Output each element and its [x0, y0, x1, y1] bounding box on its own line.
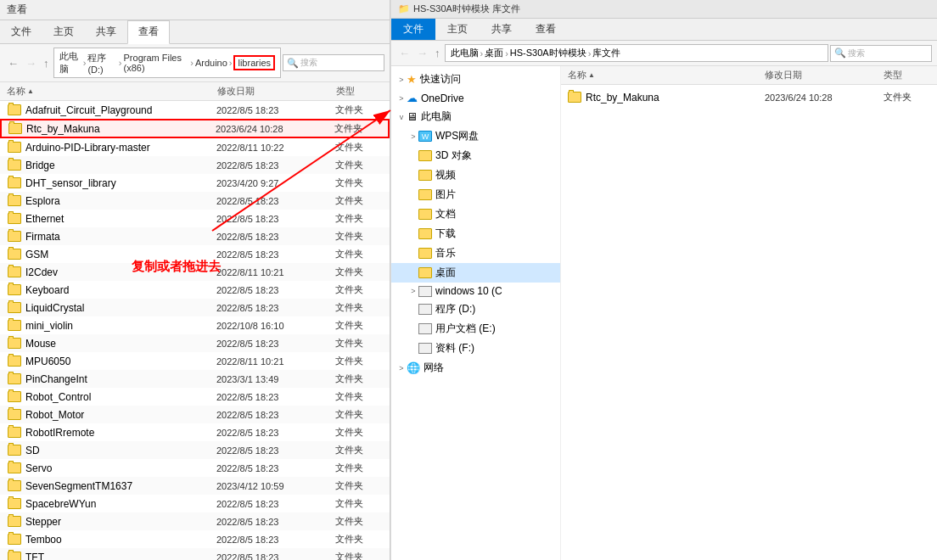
left-file-row[interactable]: LiquidCrystal 2022/8/5 18:23 文件夹	[0, 299, 390, 316]
nav-back-btn[interactable]: ←	[5, 56, 21, 70]
file-date: 2022/8/11 10:21	[216, 267, 335, 277]
breadcrumb-programfiles[interactable]: Program Files (x86)	[124, 53, 189, 73]
folder-icon	[8, 462, 21, 473]
left-file-row[interactable]: Esplora 2022/8/5 18:23 文件夹	[0, 192, 390, 210]
right-nav-back[interactable]: ←	[396, 46, 412, 60]
tree-item[interactable]: 图片	[391, 185, 560, 204]
tree-item-label: OneDrive	[421, 92, 464, 104]
file-name: I2Cdev	[25, 266, 216, 278]
left-file-row[interactable]: Temboo 2022/8/5 18:23 文件夹	[0, 530, 390, 548]
file-date: 2022/8/5 18:23	[216, 160, 335, 171]
file-date: 2022/8/5 18:23	[216, 552, 335, 561]
tree-item-label: 下载	[435, 227, 456, 241]
left-file-row[interactable]: Robot_Motor 2022/8/5 18:23 文件夹	[0, 406, 390, 423]
right-nav-forward[interactable]: →	[414, 46, 430, 60]
left-file-list: Adafruit_Circuit_Playground 2022/8/5 18:…	[0, 101, 390, 560]
tree-item[interactable]: 视频	[391, 165, 560, 185]
right-col-date: 修改日期	[765, 69, 884, 81]
right-col-type: 类型	[884, 69, 930, 81]
file-date: 2022/8/5 18:23	[216, 232, 335, 242]
left-file-row[interactable]: Stepper 2022/8/5 18:23 文件夹	[0, 512, 390, 530]
folder-icon	[8, 284, 21, 295]
file-date: 2022/8/5 18:23	[216, 303, 335, 313]
right-tab-share[interactable]: 共享	[480, 19, 524, 40]
tree-expand-icon[interactable]: >	[408, 132, 418, 141]
tree-expand-icon[interactable]: >	[408, 287, 418, 295]
right-tab-home[interactable]: 主页	[435, 19, 480, 40]
left-file-row[interactable]: Keyboard 2022/8/5 18:23 文件夹	[0, 281, 390, 299]
tree-item[interactable]: 下载	[391, 224, 560, 244]
left-tab-home[interactable]: 主页	[42, 20, 85, 43]
breadcrumb-libraries[interactable]: libraries	[233, 55, 275, 70]
tree-item[interactable]: 资料 (F:)	[391, 339, 560, 358]
breadcrumb-arduino[interactable]: Arduino	[195, 58, 227, 68]
right-breadcrumb-desktop[interactable]: 桌面	[485, 47, 503, 59]
left-file-row[interactable]: SD 2022/8/5 18:23 文件夹	[0, 441, 390, 459]
left-file-row[interactable]: SevenSegmentTM1637 2023/4/12 10:59 文件夹	[0, 477, 390, 495]
left-file-row[interactable]: PinChangeInt 2023/3/1 13:49 文件夹	[0, 370, 390, 388]
left-file-row[interactable]: GSM 2022/8/5 18:23 文件夹	[0, 245, 390, 263]
right-file-name: Rtc_by_Makuna	[586, 92, 765, 104]
tree-item[interactable]: > windows 10 (C	[391, 283, 560, 300]
breadcrumb-pc[interactable]: 此电脑	[59, 50, 81, 76]
tree-item[interactable]: 用户文档 (E:)	[391, 319, 560, 339]
left-file-row[interactable]: mini_violin 2022/10/8 16:10 文件夹	[0, 316, 390, 334]
tree-item[interactable]: > 🌐 网络	[391, 358, 560, 378]
right-breadcrumb-pc[interactable]: 此电脑	[451, 47, 479, 59]
tree-item-label: WPS网盘	[435, 129, 479, 143]
left-file-row[interactable]: Mouse 2022/8/5 18:23 文件夹	[0, 334, 390, 352]
tree-item[interactable]: 文档	[391, 204, 560, 224]
tree-item[interactable]: > W WPS网盘	[391, 126, 560, 146]
left-file-row[interactable]: Adafruit_Circuit_Playground 2022/8/5 18:…	[0, 101, 390, 119]
tree-expand-icon[interactable]: v	[396, 113, 407, 121]
tree-expand-icon[interactable]: >	[396, 94, 407, 103]
right-file-row[interactable]: Rtc_by_Makuna 2023/6/24 10:28 文件夹	[561, 88, 937, 106]
left-file-row[interactable]: TFT 2022/8/5 18:23 文件夹	[0, 548, 390, 560]
right-col-name: 名称 ▲	[568, 69, 765, 81]
left-file-row[interactable]: Arduino-PID-Library-master 2022/8/11 10:…	[0, 138, 390, 156]
file-type: 文件夹	[335, 515, 382, 528]
file-type: 文件夹	[335, 444, 382, 456]
left-file-row[interactable]: DHT_sensor_library 2023/4/20 9:27 文件夹	[0, 174, 390, 192]
file-type: 文件夹	[335, 194, 382, 207]
tree-item[interactable]: v 🖥 此电脑	[391, 107, 560, 126]
right-breadcrumb-folder[interactable]: HS-S30A时钟模块	[510, 47, 586, 59]
right-breadcrumb-lib[interactable]: 库文件	[592, 47, 620, 59]
left-file-row[interactable]: Bridge 2022/8/5 18:23 文件夹	[0, 156, 390, 174]
tree-expand-icon[interactable]: >	[396, 76, 407, 84]
left-file-row[interactable]: Rtc_by_Makuna 2023/6/24 10:28 文件夹	[0, 119, 390, 138]
tree-item[interactable]: 音乐	[391, 244, 560, 263]
left-tab-file[interactable]: 文件	[0, 20, 42, 43]
tree-item[interactable]: 程序 (D:)	[391, 300, 560, 319]
breadcrumb-drive[interactable]: 程序 (D:)	[87, 52, 116, 75]
left-file-row[interactable]: Ethernet 2022/8/5 18:23 文件夹	[0, 210, 390, 227]
left-tab-share[interactable]: 共享	[85, 20, 127, 43]
left-file-row[interactable]: SpacebreWYun 2022/8/5 18:23 文件夹	[0, 495, 390, 512]
left-file-row[interactable]: RobotIRremote 2022/8/5 18:23 文件夹	[0, 423, 390, 441]
file-name: Keyboard	[25, 284, 216, 296]
left-file-row[interactable]: Robot_Control 2022/8/5 18:23 文件夹	[0, 388, 390, 406]
left-file-row[interactable]: Firmata 2022/8/5 18:23 文件夹	[0, 227, 390, 245]
right-nav-up[interactable]: ↑	[432, 46, 443, 60]
file-name: MPU6050	[25, 356, 216, 367]
nav-up-btn[interactable]: ↑	[41, 56, 52, 70]
right-tab-view[interactable]: 查看	[524, 19, 568, 40]
left-file-row[interactable]: Servo 2022/8/5 18:23 文件夹	[0, 459, 390, 477]
left-tab-view[interactable]: 查看	[127, 20, 170, 44]
file-type: 文件夹	[335, 390, 382, 403]
right-file-date: 2023/6/24 10:28	[765, 92, 884, 103]
tree-item[interactable]: > ★ 快速访问	[391, 70, 560, 89]
folder-icon	[8, 534, 21, 545]
left-file-row[interactable]: MPU6050 2022/8/11 10:21 文件夹	[0, 352, 390, 370]
file-name: LiquidCrystal	[25, 302, 216, 314]
left-file-row[interactable]: I2Cdev 2022/8/11 10:21 文件夹	[0, 263, 390, 281]
tree-expand-icon[interactable]: >	[396, 364, 407, 372]
file-type: 文件夹	[335, 462, 382, 474]
tree-item[interactable]: 桌面	[391, 263, 560, 283]
folder-icon	[8, 498, 21, 509]
folder-icon	[8, 356, 21, 367]
tree-item[interactable]: 3D 对象	[391, 146, 560, 165]
nav-forward-btn[interactable]: →	[23, 56, 39, 70]
right-tab-file[interactable]: 文件	[391, 19, 435, 40]
tree-item[interactable]: > ☁ OneDrive	[391, 89, 560, 107]
